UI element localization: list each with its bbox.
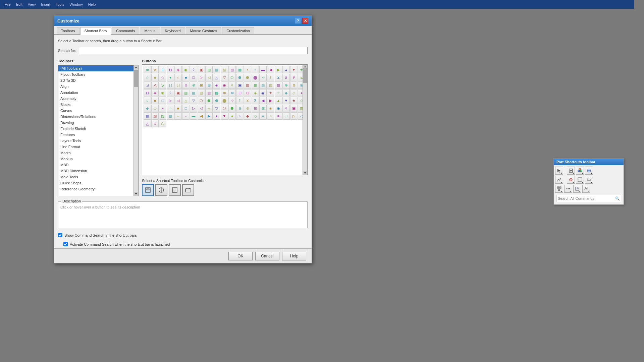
toolbar-button-81[interactable]: ◆ bbox=[282, 89, 290, 97]
toolbar-button-54[interactable]: ▣ bbox=[236, 81, 244, 89]
menu-file[interactable]: File bbox=[3, 2, 13, 7]
toolbar-button-122[interactable]: ◉ bbox=[275, 105, 282, 112]
toolbar-button-17[interactable]: ▶ bbox=[275, 66, 282, 73]
toolbar-button-97[interactable]: ⊻ bbox=[244, 97, 251, 104]
tab-menus[interactable]: Menus bbox=[140, 27, 160, 34]
toolbar-button-93[interactable]: ⬣ bbox=[213, 97, 220, 104]
menu-insert[interactable]: Insert bbox=[39, 2, 52, 7]
list-item-mold[interactable]: Mold Tools bbox=[58, 174, 133, 180]
toolbar-button-14[interactable]: ▫ bbox=[252, 66, 259, 73]
toolbar-button-68[interactable]: ▥ bbox=[182, 89, 190, 97]
toolbar-button-92[interactable]: ⬢ bbox=[205, 97, 213, 104]
scroll-thumb[interactable] bbox=[134, 70, 138, 87]
toolbar-button-19[interactable]: ▼ bbox=[290, 66, 298, 73]
toolbar-button-44[interactable]: ⋁ bbox=[159, 81, 166, 89]
toolbar-button-10[interactable]: ▧ bbox=[221, 66, 228, 73]
toolbars-scrollbar[interactable]: ▲ ▼ bbox=[133, 65, 138, 196]
sc-btn-plane[interactable]: ▼ bbox=[585, 176, 593, 184]
toolbar-button-5[interactable]: ◉ bbox=[182, 66, 190, 73]
toolbar-button-23[interactable]: ◇ bbox=[159, 74, 166, 81]
search-input[interactable] bbox=[79, 47, 308, 54]
toolbar-button-15[interactable]: ▬ bbox=[259, 66, 267, 73]
sc-btn-trim[interactable]: ▼ bbox=[576, 176, 584, 184]
toolbar-button-145[interactable]: ▷ bbox=[290, 112, 298, 120]
toolbar-button-96[interactable]: ⊺ bbox=[236, 97, 244, 104]
tab-customization[interactable]: Customization bbox=[222, 27, 254, 34]
toolbar-button-88[interactable]: ◁ bbox=[174, 97, 182, 104]
shortcut-btn-3[interactable] bbox=[169, 184, 181, 196]
toolbar-button-34[interactable]: ⬣ bbox=[244, 74, 251, 81]
toolbar-button-115[interactable]: ⬡ bbox=[221, 105, 228, 112]
toolbar-button-130[interactable]: ▪ bbox=[174, 112, 182, 120]
menu-tools[interactable]: Tools bbox=[54, 2, 66, 7]
toolbar-button-139[interactable]: ◆ bbox=[244, 112, 251, 120]
toolbar-button-111[interactable]: ▷ bbox=[190, 105, 197, 112]
toolbar-button-60[interactable]: ⊕ bbox=[282, 81, 290, 89]
toolbar-button-124[interactable]: ▣ bbox=[290, 105, 298, 112]
toolbar-button-143[interactable]: ■ bbox=[275, 112, 282, 120]
list-item-mbd[interactable]: MBD bbox=[58, 162, 133, 168]
toolbar-button-94[interactable]: ⬤ bbox=[221, 97, 228, 104]
toolbar-button-6[interactable]: ◊ bbox=[190, 66, 197, 73]
toolbar-button-49[interactable]: ⊞ bbox=[198, 81, 205, 89]
sc-btn-select[interactable]: ▼ bbox=[555, 167, 563, 175]
toolbar-button-80[interactable]: ☆ bbox=[275, 89, 282, 97]
sc-btn-assem[interactable]: ▼ bbox=[576, 167, 584, 175]
toolbar-button-8[interactable]: ▥ bbox=[205, 66, 213, 73]
toolbar-button-35[interactable]: ⬤ bbox=[252, 74, 259, 81]
dialog-help-button[interactable]: ? bbox=[295, 18, 301, 24]
toolbar-button-65[interactable]: ◉ bbox=[159, 89, 166, 97]
toolbar-button-0[interactable]: ⊕ bbox=[144, 66, 151, 73]
toolbar-button-128[interactable]: ▨ bbox=[159, 112, 166, 120]
toolbar-button-57[interactable]: ▧ bbox=[259, 81, 267, 89]
toolbar-button-27[interactable]: □ bbox=[190, 74, 197, 81]
tab-commands[interactable]: Commands bbox=[112, 27, 139, 34]
toolbar-button-100[interactable]: ▶ bbox=[267, 97, 274, 104]
list-item-mbd-dim[interactable]: MBD Dimension bbox=[58, 168, 133, 174]
toolbar-button-127[interactable]: ▧ bbox=[151, 112, 159, 120]
toolbar-button-30[interactable]: △ bbox=[213, 74, 220, 81]
toolbar-button-147[interactable]: △ bbox=[144, 120, 151, 127]
tab-keyboard[interactable]: Keyboard bbox=[161, 27, 185, 34]
toolbar-button-53[interactable]: ◊ bbox=[228, 81, 236, 89]
list-item-line-format[interactable]: Line Format bbox=[58, 144, 133, 150]
list-item-assembly[interactable]: Assembly bbox=[58, 96, 133, 102]
toolbar-button-4[interactable]: ◈ bbox=[174, 66, 182, 73]
tab-shortcut-bars[interactable]: Shortcut Bars bbox=[80, 27, 111, 35]
menu-view[interactable]: View bbox=[26, 2, 38, 7]
toolbar-button-18[interactable]: ▲ bbox=[282, 66, 290, 73]
help-button[interactable]: Help bbox=[282, 252, 306, 260]
list-item-2d-3d[interactable]: 2D To 3D bbox=[58, 77, 133, 83]
dialog-close-button[interactable]: ✕ bbox=[302, 18, 308, 24]
toolbar-button-135[interactable]: ▲ bbox=[213, 112, 220, 120]
toolbar-button-55[interactable]: ▥ bbox=[244, 81, 251, 89]
toolbar-button-134[interactable]: ▶ bbox=[205, 112, 213, 120]
toolbar-button-36[interactable]: ⊹ bbox=[259, 74, 267, 81]
toolbar-button-133[interactable]: ◀ bbox=[198, 112, 205, 120]
toolbar-button-64[interactable]: ◈ bbox=[151, 89, 159, 97]
toolbar-button-46[interactable]: ⋃ bbox=[174, 81, 182, 89]
toolbar-button-121[interactable]: ◈ bbox=[267, 105, 274, 112]
cancel-button[interactable]: Cancel bbox=[255, 252, 279, 260]
toolbar-button-70[interactable]: ▧ bbox=[198, 89, 205, 97]
toolbar-button-109[interactable]: ■ bbox=[174, 105, 182, 112]
sc-btn-more[interactable]: ▼ bbox=[564, 185, 572, 193]
toolbar-button-7[interactable]: ▣ bbox=[198, 66, 205, 73]
toolbar-button-32[interactable]: ⬡ bbox=[228, 74, 236, 81]
toolbar-button-126[interactable]: ▦ bbox=[144, 112, 151, 120]
toolbar-button-48[interactable]: ⊗ bbox=[190, 81, 197, 89]
scroll-up-arrow[interactable]: ▲ bbox=[134, 65, 138, 69]
toolbar-button-103[interactable]: ★ bbox=[290, 97, 298, 104]
list-item-all-toolbars[interactable]: (All Toolbars) bbox=[58, 65, 133, 71]
toolbar-button-52[interactable]: ◉ bbox=[221, 81, 228, 89]
toolbar-button-50[interactable]: ⊟ bbox=[205, 81, 213, 89]
toolbar-button-26[interactable]: ■ bbox=[182, 74, 190, 81]
list-item-curves[interactable]: Curves bbox=[58, 108, 133, 114]
buttons-scrollbar[interactable]: ▲ ▼ bbox=[303, 65, 307, 175]
menu-edit[interactable]: Edit bbox=[14, 2, 24, 7]
toolbar-button-25[interactable]: ○ bbox=[174, 74, 182, 81]
toolbar-button-95[interactable]: ⊹ bbox=[228, 97, 236, 104]
toolbar-button-24[interactable]: ● bbox=[167, 74, 174, 81]
toolbar-button-84[interactable]: ○ bbox=[144, 97, 151, 104]
tab-toolbars[interactable]: Toolbars bbox=[57, 27, 79, 34]
